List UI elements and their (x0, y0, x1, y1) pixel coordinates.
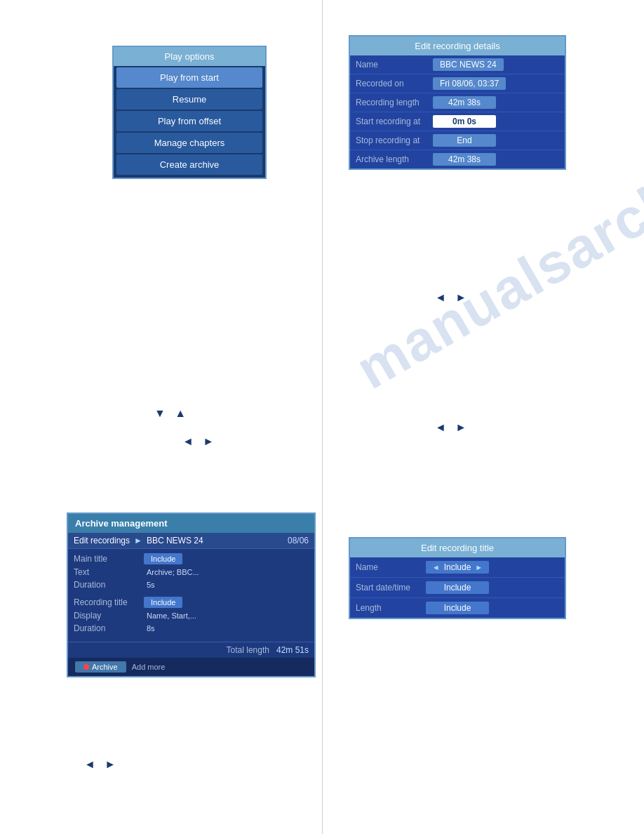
edit-title-name-value[interactable]: ◄ Include ► (426, 561, 489, 574)
display-row: Display Name, Start,... (74, 609, 309, 622)
duration1-row: Duration 5s (74, 578, 309, 591)
down-arrow-icon[interactable]: ▼ (154, 407, 166, 419)
total-value: 42m 51s (276, 645, 309, 655)
edit-stoprec-value[interactable]: End (433, 134, 496, 147)
rec-title-value[interactable]: Include (144, 597, 182, 608)
left-leftright-arrows: ◄ ► (182, 435, 214, 448)
edit-title-panel: Edit recording title Name ◄ Include ► St… (349, 537, 566, 619)
up-arrow-icon[interactable]: ▲ (175, 407, 186, 419)
edit-startrec-label: Start recording at (356, 117, 433, 126)
main-title-value[interactable]: Include (144, 553, 182, 564)
subrow-date: 08/06 (288, 536, 309, 545)
left-arrow-icon[interactable]: ◄ (182, 435, 194, 447)
title-name-val: Include (444, 562, 471, 572)
text-value: Archive; BBC... (147, 568, 199, 576)
edit-recordings-label: Edit recordings (74, 536, 130, 545)
edit-recordings-row[interactable]: Edit recordings ► BBC NEWS 24 08/06 (68, 533, 314, 549)
left-updown-arrows: ▼ ▲ (154, 407, 186, 420)
edit-reclength-value: 42m 38s (433, 96, 496, 109)
edit-startrec-value[interactable]: 0m 0s (433, 115, 496, 128)
play-from-start-item[interactable]: Play from start (116, 67, 262, 88)
edit-title-startdate-label: Start date/time (356, 583, 426, 593)
archive-body: Main title Include Text Archive; BBC... … (68, 549, 314, 642)
title-length-val: Include (444, 603, 471, 613)
right-top-right-arrow-icon[interactable]: ► (455, 291, 467, 303)
subrow-arrow-icon: ► (134, 536, 142, 545)
total-row: Total length 42m 51s (68, 642, 314, 658)
add-more-label[interactable]: Add more (132, 663, 166, 671)
edit-reclength-row: Recording length 42m 38s (350, 93, 565, 112)
archive-panel-title: Archive management (68, 514, 314, 533)
main-title-row: Main title Include (74, 552, 309, 566)
edit-title-length-value[interactable]: Include (426, 602, 489, 614)
left-arrow-name-icon[interactable]: ◄ (432, 563, 440, 571)
edit-title-startdate-value[interactable]: Include (426, 581, 489, 594)
edit-recorded-value: Fri 08/06, 03:37 (433, 77, 506, 90)
edit-recording-title: Edit recording details (350, 37, 565, 55)
edit-name-label: Name (356, 60, 433, 70)
rec-title-row: Recording title Include (74, 595, 309, 609)
archive-dot-icon (83, 664, 89, 670)
right-arrow-icon[interactable]: ► (203, 435, 214, 447)
edit-startrec-row: Start recording at 0m 0s (350, 112, 565, 131)
play-from-offset-item[interactable]: Play from offset (116, 111, 262, 131)
text-label: Text (74, 567, 144, 577)
edit-title-body: Name ◄ Include ► Start date/time Include… (350, 557, 565, 618)
edit-name-row: Name BBC NEWS 24 (350, 55, 565, 74)
play-options-menu: Play options Play from start Resume Play… (112, 46, 267, 179)
play-options-title: Play options (114, 47, 265, 66)
archive-bottom-bar: Archive Add more (68, 658, 314, 676)
right-arrow-name-icon[interactable]: ► (475, 563, 483, 571)
duration1-value: 5s (147, 581, 155, 589)
right-top-left-arrow-icon[interactable]: ◄ (435, 291, 446, 303)
bottom-left-arrow-icon[interactable]: ◄ (84, 758, 95, 770)
right-arrows-mid: ◄ ► (435, 421, 467, 434)
edit-recorded-label: Recorded on (356, 79, 433, 88)
edit-recording-body: Name BBC NEWS 24 Recorded on Fri 08/06, … (350, 55, 565, 168)
edit-title-name-label: Name (356, 562, 426, 572)
edit-recording-panel: Edit recording details Name BBC NEWS 24 … (349, 35, 566, 170)
edit-name-value[interactable]: BBC NEWS 24 (433, 58, 504, 71)
archive-btn-label: Archive (92, 663, 118, 671)
edit-stoprec-label: Stop recording at (356, 135, 433, 145)
edit-stoprec-row: Stop recording at End (350, 131, 565, 150)
right-arrows-top: ◄ ► (435, 291, 467, 304)
edit-title-header: Edit recording title (350, 538, 565, 557)
text-row: Text Archive; BBC... (74, 566, 309, 578)
edit-archivelength-row: Archive length 42m 38s (350, 150, 565, 168)
resume-item[interactable]: Resume (116, 89, 262, 110)
edit-title-name-row: Name ◄ Include ► (350, 557, 565, 578)
left-bottom-arrows: ◄ ► (84, 758, 116, 771)
edit-recorded-row: Recorded on Fri 08/06, 03:37 (350, 74, 565, 93)
edit-title-startdate-row: Start date/time Include (350, 578, 565, 598)
display-value: Name, Start,... (147, 611, 196, 620)
archive-management-panel: Archive management Edit recordings ► BBC… (67, 512, 316, 677)
main-title-label: Main title (74, 554, 144, 564)
create-archive-item[interactable]: Create archive (116, 154, 262, 175)
duration2-row: Duration 8s (74, 622, 309, 635)
duration1-label: Duration (74, 580, 144, 590)
total-label: Total length (227, 645, 269, 655)
title-startdate-val: Include (444, 583, 471, 593)
edit-archivelength-value: 42m 38s (433, 153, 496, 166)
right-mid-right-arrow-icon[interactable]: ► (455, 421, 467, 433)
right-mid-left-arrow-icon[interactable]: ◄ (435, 421, 446, 433)
edit-archivelength-label: Archive length (356, 154, 433, 164)
edit-reclength-label: Recording length (356, 98, 433, 107)
rec-title-section: Recording title Include Display Name, St… (74, 595, 309, 635)
bottom-right-arrow-icon[interactable]: ► (105, 758, 116, 770)
display-label: Display (74, 611, 144, 621)
main-title-section: Main title Include Text Archive; BBC... … (74, 552, 309, 591)
duration2-value: 8s (147, 624, 155, 633)
page-divider (322, 0, 323, 834)
duration2-label: Duration (74, 623, 144, 633)
manage-chapters-item[interactable]: Manage chapters (116, 133, 262, 153)
archive-button[interactable]: Archive (75, 661, 126, 673)
subrow-channel: BBC NEWS 24 (147, 536, 203, 545)
edit-title-length-label: Length (356, 603, 426, 613)
rec-title-label: Recording title (74, 597, 144, 607)
edit-title-length-row: Length Include (350, 598, 565, 618)
